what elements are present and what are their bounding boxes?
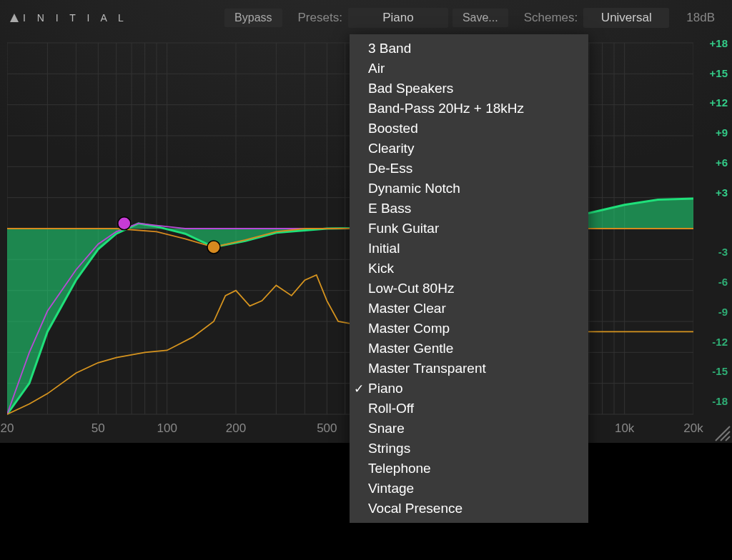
- db-tick-label: -3: [718, 246, 728, 258]
- preset-menu-item-label: Snare: [368, 421, 405, 436]
- preset-menu-item-label: Master Transparent: [368, 361, 486, 376]
- preset-menu-item[interactable]: Strings: [350, 439, 588, 459]
- preset-menu-item[interactable]: Low-Cut 80Hz: [350, 279, 588, 299]
- preset-menu-item-label: Piano: [368, 381, 403, 396]
- eq-plugin-window: I N I T I A L Bypass Presets: Piano Save…: [0, 0, 732, 443]
- db-tick-label: -9: [718, 305, 728, 317]
- preset-menu-item-label: De-Ess: [368, 161, 412, 176]
- preset-menu-item[interactable]: 3 Band: [350, 39, 588, 59]
- freq-tick-label: 20: [1, 421, 14, 436]
- svg-line-42: [721, 431, 730, 441]
- preset-menu-item-label: Dynamic Notch: [368, 181, 460, 196]
- presets-label: Presets:: [298, 11, 342, 25]
- preset-menu-item[interactable]: Air: [350, 59, 588, 79]
- preset-menu-item[interactable]: Vocal Presence: [350, 499, 588, 519]
- preset-menu-item-label: Kick: [368, 261, 394, 276]
- preset-menu-item[interactable]: E Bass: [350, 199, 588, 219]
- check-icon: ✓: [354, 381, 364, 396]
- preset-menu-item[interactable]: ✓Piano: [350, 379, 588, 399]
- preset-menu-item-label: Vocal Presence: [368, 501, 463, 516]
- preset-menu-item-label: Telephone: [368, 461, 431, 476]
- preset-menu-item-label: Strings: [368, 441, 410, 456]
- db-tick-label: -18: [712, 395, 728, 407]
- preset-menu-item-label: Low-Cut 80Hz: [368, 281, 454, 296]
- preset-menu-item[interactable]: Roll-Off: [350, 399, 588, 419]
- logo-triangle-icon: [10, 14, 19, 22]
- preset-menu-item-label: 3 Band: [368, 41, 411, 56]
- preset-menu-item[interactable]: Boosted: [350, 119, 588, 139]
- preset-menu-item-label: Master Gentle: [368, 341, 453, 356]
- preset-menu-item[interactable]: Master Comp: [350, 319, 588, 339]
- preset-menu-item-label: Air: [368, 61, 385, 76]
- db-tick-label: +18: [710, 36, 728, 49]
- preset-menu-item-label: Initial: [368, 241, 400, 256]
- preset-menu-item[interactable]: Dynamic Notch: [350, 179, 588, 199]
- preset-menu-item[interactable]: De-Ess: [350, 159, 588, 179]
- preset-menu-item[interactable]: Master Gentle: [350, 339, 588, 359]
- preset-menu-item-label: Roll-Off: [368, 401, 414, 416]
- preset-menu-item[interactable]: Telephone: [350, 459, 588, 479]
- db-tick-label: -6: [718, 276, 728, 288]
- preset-menu-item-label: E Bass: [368, 201, 411, 216]
- freq-tick-label: 200: [226, 421, 246, 436]
- preset-menu-item[interactable]: Bad Speakers: [350, 79, 588, 99]
- range-readout[interactable]: 18dB: [679, 8, 722, 28]
- freq-tick-label: 500: [317, 421, 337, 436]
- freq-tick-label: 50: [92, 421, 105, 436]
- freq-tick-label: 10k: [615, 421, 634, 436]
- preset-menu-item[interactable]: Clearity: [350, 139, 588, 159]
- preset-menu-item-label: Vintage: [368, 481, 414, 496]
- bypass-button[interactable]: Bypass: [224, 9, 282, 27]
- preset-menu-item[interactable]: Master Clear: [350, 299, 588, 319]
- preset-menu-item[interactable]: Master Transparent: [350, 359, 588, 379]
- preset-menu-item-label: Funk Guitar: [368, 221, 439, 236]
- save-button[interactable]: Save...: [452, 9, 508, 27]
- db-tick-label: +12: [710, 96, 728, 109]
- db-tick-label: +3: [716, 186, 728, 198]
- freq-tick-label: 100: [157, 421, 177, 436]
- db-tick-label: +6: [716, 156, 728, 168]
- preset-menu-item-label: Master Clear: [368, 301, 446, 316]
- preset-menu-item-label: Boosted: [368, 121, 418, 136]
- schemes-label: Schemes:: [524, 11, 578, 25]
- toolbar: I N I T I A L Bypass Presets: Piano Save…: [0, 0, 732, 36]
- preset-menu-item-label: Bad Speakers: [368, 81, 453, 96]
- preset-menu-item-label: Clearity: [368, 141, 414, 156]
- scheme-selector[interactable]: Universal: [583, 8, 669, 28]
- db-tick-label: +15: [710, 66, 728, 79]
- preset-selector[interactable]: Piano: [348, 8, 448, 28]
- db-tick-label: -12: [712, 335, 728, 347]
- db-tick-label: +9: [716, 126, 728, 139]
- preset-menu-item[interactable]: Initial: [350, 239, 588, 259]
- band-2-handle[interactable]: [207, 241, 220, 254]
- preset-menu-item[interactable]: Kick: [350, 259, 588, 279]
- preset-menu-item[interactable]: Vintage: [350, 479, 588, 499]
- preset-menu-item[interactable]: Band-Pass 20Hz + 18kHz: [350, 99, 588, 119]
- preset-menu-item[interactable]: Funk Guitar: [350, 219, 588, 239]
- db-tick-label: -15: [712, 365, 728, 377]
- preset-menu-item-label: Master Comp: [368, 321, 450, 336]
- preset-menu-item-label: Band-Pass 20Hz + 18kHz: [368, 101, 524, 116]
- freq-tick-label: 20k: [683, 421, 703, 436]
- band-1-handle[interactable]: [118, 217, 131, 230]
- logo: I N I T I A L: [10, 12, 128, 24]
- preset-dropdown-menu[interactable]: 3 BandAirBad SpeakersBand-Pass 20Hz + 18…: [350, 34, 588, 523]
- preset-menu-item[interactable]: Snare: [350, 419, 588, 439]
- svg-line-43: [726, 436, 730, 441]
- resize-handle[interactable]: [713, 424, 731, 441]
- logo-text: I N I T I A L: [23, 12, 128, 24]
